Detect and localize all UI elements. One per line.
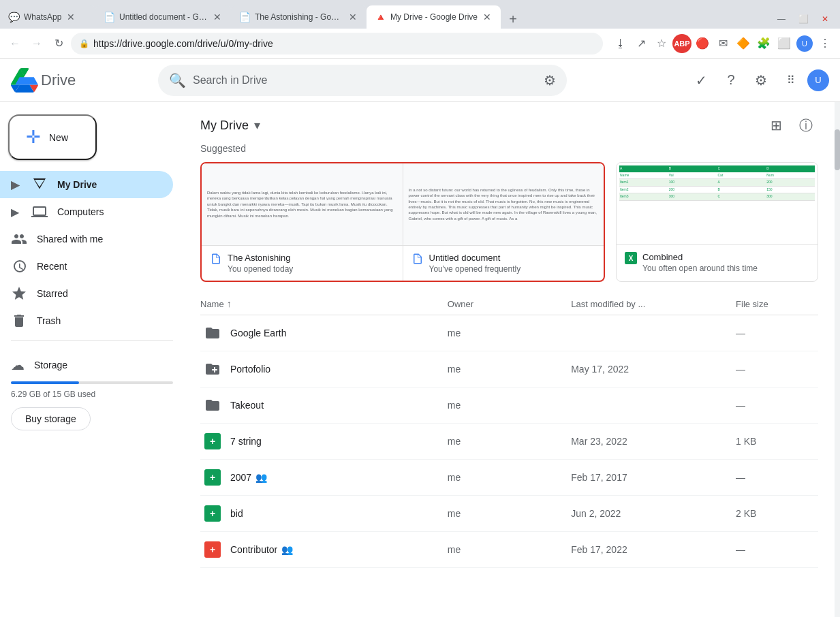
card-meta-combined: You often open around this time [642, 264, 758, 273]
minimize-button[interactable]: — [772, 10, 791, 29]
forward-button[interactable]: → [27, 34, 46, 53]
tab-favicon-untitled: 📄 [104, 12, 115, 22]
file-name-7string: 7 string [230, 436, 262, 447]
ext1-button[interactable]: 🔴 [693, 34, 712, 53]
content-actions: ⊞ ⓘ [764, 113, 818, 138]
browser-actions: ⭳ ↗ ☆ ABP 🔴 ✉ 🔶 🧩 ⬜ U ⋮ [611, 34, 835, 53]
share-button[interactable]: ↗ [632, 34, 651, 53]
sidebar-item-starred[interactable]: Starred [0, 280, 173, 307]
drive-logo-icon [11, 67, 38, 94]
ext3-button[interactable]: 🔶 [734, 34, 753, 53]
tab-close-whatsapp[interactable]: ✕ [65, 12, 76, 22]
bookmark-button[interactable]: ⭳ [611, 34, 630, 53]
highlighted-suggested-cards: Dalam waktu yang tidak lama lagi, dunia … [200, 162, 605, 282]
buy-storage-button[interactable]: Buy storage [11, 407, 91, 430]
maximize-button[interactable]: ⬜ [794, 10, 813, 29]
browser-controls: ← → ↻ 🔒 https://drive.google.com/drive/u… [0, 29, 840, 59]
logo-area: Drive [11, 67, 147, 94]
info-button[interactable]: ⓘ [794, 113, 818, 138]
sidebar-item-shared-with-me[interactable]: Shared with me [0, 225, 173, 253]
tab-mydrive[interactable]: 🔺 My Drive - Google Drive ✕ [367, 5, 501, 29]
card-details-astonishing: The Astonishing You opened today [228, 253, 293, 274]
back-button[interactable]: ← [5, 34, 25, 53]
card-info-astonishing: The Astonishing You opened today [202, 245, 403, 281]
nav-label-recent: Recent [37, 261, 67, 272]
help-button[interactable]: ? [717, 67, 745, 94]
search-tune-icon[interactable]: ⚙ [544, 72, 556, 89]
puzzle-button[interactable]: 🧩 [754, 34, 773, 53]
avatar[interactable]: U [807, 69, 829, 91]
address-bar[interactable]: 🔒 https://drive.google.com/drive/u/0/my-… [71, 33, 603, 54]
sidebar: ✛ New ▶ My Drive ▶ Computers Shared with… [0, 102, 184, 617]
url-text: https://drive.google.com/drive/u/0/my-dr… [93, 38, 273, 49]
file-name-2007: 2007 👥 [230, 472, 267, 483]
tab-title-whatsapp: WhatsApp [24, 12, 61, 22]
ext2-button[interactable]: ✉ [713, 34, 732, 53]
file-size-takeout: — [736, 400, 818, 411]
file-size-portofolio: — [736, 364, 818, 375]
table-row[interactable]: Google Earth me — [200, 315, 818, 351]
abp-button[interactable]: ABP [672, 34, 691, 53]
grid-view-button[interactable]: ⊞ [764, 113, 788, 138]
close-button[interactable]: ✕ [815, 10, 835, 29]
sidebar-item-recent[interactable]: Recent [0, 253, 173, 280]
tab-whatsapp[interactable]: 💬 WhatsApp ✕ [0, 5, 95, 29]
excel-icon: X [625, 252, 637, 264]
search-bar[interactable]: 🔍 ⚙ [158, 65, 567, 96]
tab-close-astonishing[interactable]: ✕ [347, 12, 358, 22]
file-owner-2007: me [448, 472, 571, 483]
tab-close-mydrive[interactable]: ✕ [482, 12, 493, 22]
tab-close-untitled[interactable]: ✕ [212, 12, 223, 22]
storage-cloud-icon: ☁ [11, 357, 25, 373]
file-icon-google-earth [200, 321, 225, 345]
col-name-header[interactable]: Name ↑ [200, 298, 448, 309]
file-owner-bid: me [448, 508, 571, 519]
card-name-combined: Combined [642, 252, 758, 262]
file-modified-7string: Mar 23, 2022 [571, 436, 736, 447]
file-icon-bid: + [200, 501, 225, 526]
table-row[interactable]: + bid me Jun 2, 2022 2 KB [200, 496, 818, 532]
search-input[interactable] [193, 74, 537, 86]
file-icon-contributor: + [200, 537, 225, 562]
title-dropdown-icon[interactable]: ▾ [254, 118, 260, 133]
tab-astonishing[interactable]: 📄 The Astonishing - Google D... ✕ [231, 5, 367, 29]
sidebar-item-trash[interactable]: Trash [0, 307, 173, 334]
settings-button[interactable]: ⚙ [747, 67, 775, 94]
file-modified-bid: Jun 2, 2022 [571, 508, 736, 519]
menu-button[interactable]: ⋮ [815, 34, 835, 53]
apps-button[interactable]: ⠿ [777, 67, 805, 94]
nav-label-my-drive: My Drive [57, 179, 97, 190]
check-circle-button[interactable]: ✓ [687, 67, 715, 94]
file-owner-7string: me [448, 436, 571, 447]
scrollbar-thumb[interactable] [835, 129, 840, 170]
table-row[interactable]: Takeout me — [200, 387, 818, 424]
profile-button[interactable]: U [795, 34, 814, 53]
file-owner-google-earth: me [448, 328, 571, 338]
scrollbar-track[interactable] [835, 102, 840, 617]
table-row[interactable]: + Contributor 👥 me Feb 17, 2022 — [200, 532, 818, 568]
file-icon-takeout [200, 393, 225, 417]
card-details-untitled: Untitled document You've opened frequent… [429, 253, 521, 274]
content-header: My Drive ▾ ⊞ ⓘ [184, 102, 835, 143]
table-row[interactable]: Portofolio me May 17, 2022 — [200, 351, 818, 387]
star-button[interactable]: ☆ [652, 34, 671, 53]
new-button[interactable]: ✛ New [8, 114, 97, 160]
storage-section: ☁ Storage 6.29 GB of 15 GB used Buy stor… [0, 346, 184, 436]
reload-button[interactable]: ↻ [49, 34, 68, 53]
tab-bar: 💬 WhatsApp ✕ 📄 Untitled document - Googl… [0, 0, 840, 29]
split-button[interactable]: ⬜ [775, 34, 794, 53]
new-plus-icon: ✛ [26, 127, 41, 148]
table-row[interactable]: + 2007 👥 me Feb 17, 2017 — [200, 460, 818, 496]
file-owner-portofolio: me [448, 364, 571, 375]
sidebar-item-my-drive[interactable]: ▶ My Drive [0, 171, 173, 198]
card-meta-untitled: You've opened frequently [429, 264, 521, 274]
shared-icon: 👥 [281, 544, 293, 555]
table-row[interactable]: + 7 string me Mar 23, 2022 1 KB [200, 424, 818, 460]
new-tab-button[interactable]: + [503, 10, 523, 29]
suggested-card-untitled[interactable]: In a not so distant future: our world ha… [403, 163, 604, 281]
suggested-card-astonishing[interactable]: Dalam waktu yang tidak lama lagi, dunia … [202, 163, 403, 281]
main-content: ✛ New ▶ My Drive ▶ Computers Shared with… [0, 102, 840, 617]
suggested-card-combined[interactable]: A B C D NameValCatNum It [616, 162, 818, 282]
tab-untitled[interactable]: 📄 Untitled document - Googl... ✕ [95, 5, 231, 29]
sidebar-item-computers[interactable]: ▶ Computers [0, 198, 173, 225]
